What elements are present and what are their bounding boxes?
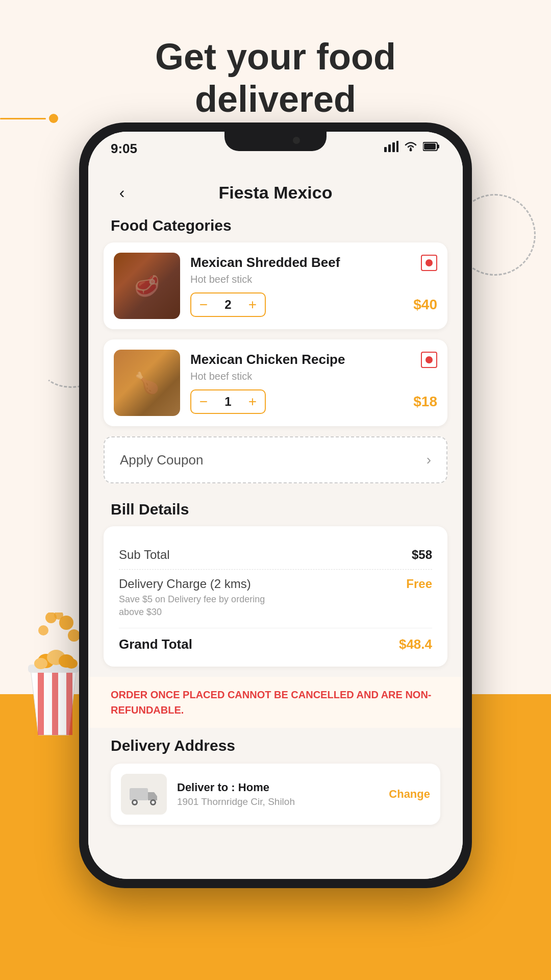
food-categories-title: Food Categories <box>88 212 463 242</box>
svg-rect-14 <box>384 147 387 152</box>
svg-rect-20 <box>437 144 439 149</box>
camera-dot <box>293 137 300 144</box>
svg-point-26 <box>152 801 155 804</box>
change-address-button[interactable]: Change <box>389 788 430 801</box>
bill-section-title: Bill Details <box>88 496 463 526</box>
bill-subtotal-row: Sub Total $58 <box>119 541 432 569</box>
food-desc-2: Hot beef stick <box>190 371 345 382</box>
food-price-1: $40 <box>413 297 437 313</box>
grand-total-label: Grand Total <box>119 636 192 652</box>
delivery-label: Deliver to : Home <box>177 781 379 794</box>
headline: Get your food delivered <box>0 36 551 120</box>
delivery-address: 1901 Thornridge Cir, Shiloh <box>177 796 379 807</box>
coupon-section: Apply Coupon › <box>104 436 447 483</box>
grand-total-row: Grand Total $48.4 <box>119 628 432 652</box>
phone-shell: 9:05 <box>79 122 472 888</box>
notice-text: ORDER ONCE PLACED CANNOT BE CANCELLED AN… <box>111 687 440 718</box>
delivery-icon-box <box>121 774 167 815</box>
bill-card: Sub Total $58 Delivery Charge (2 kms) Sa… <box>104 526 447 667</box>
svg-rect-21 <box>424 143 436 150</box>
qty-plus-1[interactable]: + <box>240 293 265 316</box>
qty-value-2: 1 <box>216 395 240 409</box>
qty-minus-2[interactable]: − <box>191 390 216 413</box>
food-info-1: Mexican Shredded Beef Hot beef stick − 2… <box>190 255 437 317</box>
delivery-section: Delivery Address Deliver to : <box>88 728 463 830</box>
grand-total-value: $48.4 <box>399 636 432 652</box>
svg-rect-5 <box>38 669 44 735</box>
signal-icon <box>384 141 398 152</box>
delivery-info: Deliver to : Home 1901 Thornridge Cir, S… <box>177 781 379 807</box>
svg-point-12 <box>34 658 47 669</box>
svg-rect-16 <box>392 142 395 152</box>
delivery-card: Deliver to : Home 1901 Thornridge Cir, S… <box>111 764 440 825</box>
food-image-beef: 🥩 <box>114 253 180 319</box>
food-bottom-1: − 2 + $40 <box>190 292 437 317</box>
svg-rect-17 <box>396 141 398 152</box>
food-price-2: $18 <box>413 394 437 410</box>
qty-plus-2[interactable]: + <box>240 390 265 413</box>
bill-delivery-value: Free <box>406 577 432 591</box>
qty-control-1[interactable]: − 2 + <box>190 292 266 317</box>
svg-point-3 <box>38 625 48 635</box>
veg-dot-1 <box>425 259 433 266</box>
svg-rect-15 <box>388 144 391 152</box>
bill-subtotal-label: Sub Total <box>119 548 170 562</box>
svg-rect-22 <box>130 788 148 800</box>
status-bar: 9:05 <box>88 132 463 168</box>
svg-point-18 <box>410 149 412 152</box>
veg-dot-2 <box>425 356 433 363</box>
svg-point-13 <box>65 658 78 669</box>
bill-delivery-label: Delivery Charge (2 kms) <box>119 577 287 591</box>
food-name-2: Mexican Chicken Recipe <box>190 352 345 368</box>
phone-content[interactable]: ‹ Fiesta Mexico Food Categories 🥩 Mexica… <box>88 168 463 879</box>
bill-delivery-note: Save $5 on Delivery fee by ordering abov… <box>119 593 287 619</box>
wifi-icon <box>404 141 418 152</box>
coupon-arrow-icon: › <box>427 452 431 468</box>
notch <box>224 132 327 151</box>
bill-delivery-row: Delivery Charge (2 kms) Save $5 on Deliv… <box>119 569 432 626</box>
svg-point-25 <box>133 801 136 804</box>
food-image-chicken: 🍗 <box>114 350 180 416</box>
food-header-2: Mexican Chicken Recipe Hot beef stick <box>190 352 437 389</box>
phone-screen: 9:05 <box>88 132 463 879</box>
coupon-label: Apply Coupon <box>120 452 203 468</box>
bill-delivery-info: Delivery Charge (2 kms) Save $5 on Deliv… <box>119 577 287 619</box>
food-header-1: Mexican Shredded Beef Hot beef stick <box>190 255 437 292</box>
delivery-truck-icon <box>129 783 159 805</box>
veg-badge-1 <box>421 255 437 271</box>
app-header: ‹ Fiesta Mexico <box>88 168 463 212</box>
svg-point-2 <box>68 629 80 642</box>
qty-value-1: 2 <box>216 298 240 312</box>
bill-subtotal-value: $58 <box>412 548 432 562</box>
food-name-1: Mexican Shredded Beef <box>190 255 340 271</box>
qty-control-2[interactable]: − 1 + <box>190 389 266 414</box>
food-item-2: 🍗 Mexican Chicken Recipe Hot beef stick <box>104 339 447 426</box>
food-bottom-2: − 1 + $18 <box>190 389 437 414</box>
qty-minus-1[interactable]: − <box>191 293 216 316</box>
status-icons <box>384 141 440 152</box>
battery-icon <box>423 141 440 152</box>
status-time: 9:05 <box>111 141 137 157</box>
food-item-1: 🥩 Mexican Shredded Beef Hot beef stick <box>104 242 447 329</box>
food-info-2: Mexican Chicken Recipe Hot beef stick − … <box>190 352 437 414</box>
apply-coupon-button[interactable]: Apply Coupon › <box>105 437 446 482</box>
back-icon: ‹ <box>119 183 125 202</box>
notice-section: ORDER ONCE PLACED CANNOT BE CANCELLED AN… <box>88 677 463 728</box>
svg-rect-7 <box>66 669 72 735</box>
restaurant-title: Fiesta Mexico <box>219 183 333 203</box>
svg-rect-6 <box>52 669 58 735</box>
delivery-title: Delivery Address <box>111 737 440 754</box>
veg-badge-2 <box>421 352 437 368</box>
bill-section: Sub Total $58 Delivery Charge (2 kms) Sa… <box>104 526 447 667</box>
food-desc-1: Hot beef stick <box>190 274 340 285</box>
back-button[interactable]: ‹ <box>111 182 133 204</box>
